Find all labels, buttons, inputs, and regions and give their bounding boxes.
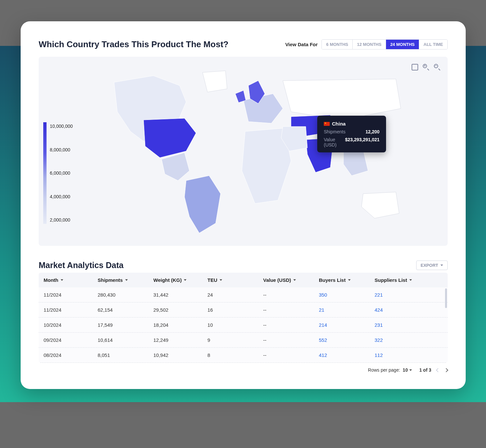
col-weight[interactable]: Weight (KG) [153,277,207,283]
cell-buyers-link[interactable]: 21 [319,307,375,313]
table-row: 09/202410,61412,2499--552322 [39,333,448,348]
table-header: Month Shipments Weight (KG) TEU Value (U… [39,273,448,287]
col-value[interactable]: Value (USD) [263,277,319,283]
map-tooltip: China Shipments12,200 Value (USD)$23,293… [317,116,386,152]
cell-shipments: 10,614 [98,337,153,343]
cell-month: 09/2024 [44,337,98,343]
header-row: Which Country Trades This Product The Mo… [39,39,448,49]
region-greenland[interactable] [203,71,227,92]
cell-suppliers-link[interactable]: 322 [375,337,430,343]
prev-page-icon[interactable] [436,368,440,372]
col-shipments[interactable]: Shipments [98,277,153,283]
cell-value: -- [263,292,319,298]
sort-icon [61,279,63,281]
page-nav: 1 of 3 [419,367,448,373]
tooltip-country: China [332,121,346,127]
region-south-america[interactable] [185,176,221,233]
cell-buyers-link[interactable]: 350 [319,292,375,298]
view-data-label: View Data For [285,42,318,47]
rpp-select[interactable]: 10 [403,367,412,373]
section-title: Market Analytics Data [39,261,124,270]
cell-suppliers-link[interactable]: 231 [375,322,430,328]
range-12months[interactable]: 12 MONTHS [353,40,386,49]
cell-shipments: 280,430 [98,292,153,298]
cell-teu: 8 [207,352,263,358]
cell-value: -- [263,352,319,358]
range-6months[interactable]: 6 MONTHS [322,40,353,49]
map-toolbar: + − [412,64,440,70]
flag-icon [324,122,330,126]
col-month[interactable]: Month [44,277,98,283]
cell-suppliers-link[interactable]: 221 [375,292,430,298]
legend-tick: 10,000,000 [50,124,73,129]
col-suppliers[interactable]: Suppliers List [375,277,430,283]
legend-gradient [43,122,47,224]
cell-buyers-link[interactable]: 552 [319,337,375,343]
fullscreen-icon[interactable] [412,64,418,70]
cell-teu: 10 [207,322,263,328]
cell-weight: 29,502 [153,307,207,313]
cell-weight: 10,942 [153,352,207,358]
map-legend: 10,000,000 8,000,000 6,000,000 4,000,000… [43,122,73,224]
col-buyers[interactable]: Buyers List [319,277,375,283]
cell-month: 11/2024 [44,307,98,313]
col-teu[interactable]: TEU [207,277,263,283]
table-row: 11/2024280,43031,44224--350221 [39,287,448,302]
zoom-in-icon[interactable]: + [423,64,429,70]
cell-shipments: 8,051 [98,352,153,358]
tooltip-value-usd: $23,293,291,021 [345,137,379,147]
analytics-card: Which Country Trades This Product The Mo… [21,21,466,389]
region-australia[interactable] [361,192,399,218]
cell-shipments: 17,549 [98,322,153,328]
legend-tick: 6,000,000 [50,170,73,176]
cell-suppliers-link[interactable]: 112 [375,352,430,358]
cell-teu: 24 [207,292,263,298]
legend-ticks: 10,000,000 8,000,000 6,000,000 4,000,000… [50,122,73,224]
world-map-chart[interactable]: + − 10,000,000 8,000,000 6,000,000 4,000… [39,57,448,246]
region-mexico-central[interactable] [162,153,189,181]
region-se-asia[interactable] [343,149,368,176]
table-row: 11/202462,15429,50216--21424 [39,302,448,318]
chevron-down-icon [440,264,443,266]
cell-value: -- [263,322,319,328]
region-usa[interactable] [144,118,196,158]
range-segmented-control: 6 MONTHS 12 MONTHS 24 MONTHS ALL TIME [321,39,448,49]
range-24months[interactable]: 24 MONTHS [386,40,419,49]
tooltip-value-label: Value (USD) [324,137,345,147]
tooltip-shipments-label: Shipments [324,129,345,134]
market-analytics-section: Market Analytics Data EXPORT Month Shipm… [39,261,448,373]
legend-tick: 2,000,000 [50,217,73,223]
rows-per-page: Rows per page: 10 [368,367,412,373]
scrollbar[interactable] [445,288,447,308]
range-controls: View Data For 6 MONTHS 12 MONTHS 24 MONT… [285,39,448,49]
cell-month: 11/2024 [44,292,98,298]
cell-teu: 9 [207,337,263,343]
table-row: 10/202417,54918,20410--214231 [39,318,448,333]
table-body: 11/2024280,43031,44224--35022111/202462,… [39,287,448,363]
region-uk[interactable] [235,90,246,103]
export-label: EXPORT [421,263,438,268]
export-button[interactable]: EXPORT [416,261,448,270]
cell-teu: 16 [207,307,263,313]
analytics-table: Month Shipments Weight (KG) TEU Value (U… [39,273,448,363]
region-europe[interactable] [243,94,283,123]
sort-icon [409,279,412,281]
zoom-out-icon[interactable]: − [434,64,440,70]
table-pager: Rows per page: 10 1 of 3 [39,367,448,373]
cell-value: -- [263,337,319,343]
page-position: 1 of 3 [419,367,431,373]
sort-icon [125,279,128,281]
cell-buyers-link[interactable]: 214 [319,322,375,328]
chevron-down-icon [409,369,412,371]
cell-weight: 18,204 [153,322,207,328]
sort-icon [184,279,186,281]
range-alltime[interactable]: ALL TIME [419,40,447,49]
cell-shipments: 62,154 [98,307,153,313]
region-russia[interactable] [283,79,401,120]
cell-weight: 12,249 [153,337,207,343]
next-page-icon[interactable] [444,368,448,372]
cell-value: -- [263,307,319,313]
cell-month: 08/2024 [44,352,98,358]
cell-suppliers-link[interactable]: 424 [375,307,430,313]
cell-buyers-link[interactable]: 412 [319,352,375,358]
